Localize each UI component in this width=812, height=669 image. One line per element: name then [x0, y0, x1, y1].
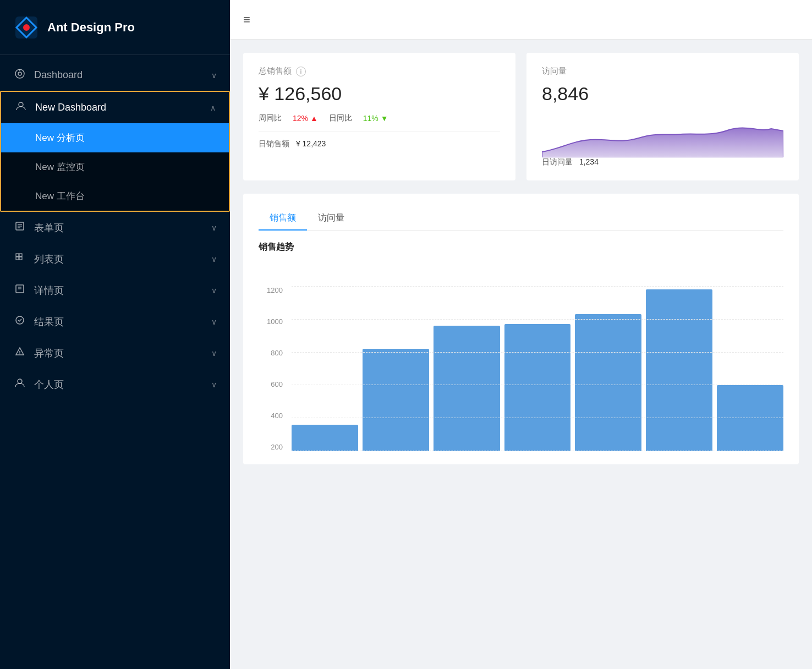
sidebar-item-result-label: 结果页: [34, 315, 211, 328]
bar-feb-fill: [363, 349, 429, 451]
visits-mini-chart: [542, 113, 783, 157]
sales-card-title: 总销售额 i: [259, 66, 500, 76]
sidebar-item-detail[interactable]: 详情页 ∨: [0, 275, 230, 306]
week-change-value: 12% ▲: [293, 114, 318, 123]
chart-tabs: 销售额 访问量: [259, 207, 783, 231]
svg-point-4: [18, 72, 21, 75]
sidebar-item-error[interactable]: 异常页 ∨: [0, 337, 230, 369]
sidebar-item-personal-label: 个人页: [34, 378, 211, 391]
visits-title-text: 访问量: [542, 66, 567, 76]
new-analysis-label: New 分析页: [35, 131, 85, 144]
daily-visits-value: 1,234: [579, 157, 599, 166]
svg-point-22: [18, 379, 22, 383]
dashboard-icon: [13, 68, 26, 82]
bars-container: [292, 286, 783, 451]
new-workspace-label: New 工作台: [35, 190, 85, 202]
bar-jan-fill: [292, 425, 358, 451]
y-label-5: 1200: [259, 286, 283, 294]
result-icon: [13, 315, 26, 328]
y-label-1: 400: [259, 412, 283, 420]
logo-text: Ant Design Pro: [47, 20, 135, 35]
svg-point-6: [19, 102, 23, 107]
svg-point-21: [19, 353, 20, 354]
sidebar-item-form[interactable]: 表单页 ∨: [0, 212, 230, 243]
chart-title: 销售趋势: [259, 242, 783, 253]
visits-footer: 日访问量 1,234: [542, 157, 783, 167]
y-label-2: 600: [259, 380, 283, 388]
nav-submenu: New 分析页 New 监控页 New 工作台: [1, 123, 229, 211]
sales-stat-card: 总销售额 i ¥ 126,560 周同比 12% ▲ 日同比 11% ▼ 日销售…: [243, 53, 515, 180]
content-area: 总销售额 i ¥ 126,560 周同比 12% ▲ 日同比 11% ▼ 日销售…: [230, 40, 812, 669]
sidebar-item-new-analysis[interactable]: New 分析页: [1, 123, 229, 152]
sidebar-item-new-dashboard-label: New Dashboard: [35, 102, 210, 113]
chart-section: 销售额 访问量 销售趋势 200 400 600 800 1000 1200: [243, 194, 799, 464]
daily-sales-label: 日销售额: [259, 139, 289, 148]
chevron-up-icon: ∧: [210, 103, 216, 112]
sidebar-item-dashboard-label: Dashboard: [34, 69, 211, 81]
y-label-0: 200: [259, 443, 283, 451]
bar-chart: 200 400 600 800 1000 1200: [259, 264, 783, 451]
y-label-4: 1000: [259, 317, 283, 326]
svg-rect-14: [19, 257, 22, 260]
chevron-down-icon-3: ∨: [211, 255, 217, 264]
svg-point-2: [23, 24, 30, 31]
sales-value: ¥ 126,560: [259, 83, 500, 105]
sidebar-item-result[interactable]: 结果页 ∨: [0, 306, 230, 337]
visits-card-title: 访问量: [542, 66, 783, 76]
bar-feb[interactable]: [363, 286, 429, 451]
sidebar-item-dashboard[interactable]: Dashboard ∨: [0, 59, 230, 91]
sidebar-item-form-label: 表单页: [34, 221, 211, 234]
bar-jun[interactable]: [646, 286, 712, 451]
day-change-value: 11% ▼: [363, 114, 388, 123]
sidebar-item-new-workspace[interactable]: New 工作台: [1, 182, 229, 211]
bar-jul[interactable]: [717, 286, 783, 451]
sales-title-text: 总销售额: [259, 66, 292, 76]
logo-area: Ant Design Pro: [0, 0, 230, 55]
sales-changes: 周同比 12% ▲ 日同比 11% ▼: [259, 113, 500, 131]
bar-jan[interactable]: [292, 286, 358, 451]
sidebar-item-list-label: 列表页: [34, 253, 211, 266]
chevron-down-icon-6: ∨: [211, 349, 217, 358]
user-icon: [14, 101, 28, 114]
sidebar-item-new-dashboard[interactable]: New Dashboard ∧: [1, 92, 229, 123]
error-icon: [13, 346, 26, 360]
sales-info-icon[interactable]: i: [296, 67, 306, 76]
sidebar-nav: Dashboard ∨ New Dashboard ∧ New 分析页 New …: [0, 55, 230, 669]
sidebar-item-list[interactable]: 列表页 ∨: [0, 243, 230, 275]
visits-value: 8,846: [542, 83, 783, 105]
bar-jun-fill: [646, 289, 712, 451]
bar-may[interactable]: [575, 286, 641, 451]
form-icon: [13, 221, 26, 234]
bar-jul-fill: [717, 385, 783, 451]
sidebar-item-detail-label: 详情页: [34, 284, 211, 297]
chevron-down-icon-5: ∨: [211, 317, 217, 326]
svg-rect-12: [16, 257, 19, 260]
list-icon: [13, 252, 26, 266]
bar-mar-fill: [434, 326, 500, 451]
sidebar-item-personal[interactable]: 个人页 ∨: [0, 369, 230, 400]
bar-may-fill: [575, 314, 641, 451]
sidebar-item-new-monitor[interactable]: New 监控页: [1, 152, 229, 182]
tab-visits[interactable]: 访问量: [307, 207, 355, 231]
week-change-label: 周同比: [259, 113, 282, 123]
bar-apr[interactable]: [504, 286, 571, 451]
tab-sales[interactable]: 销售额: [259, 207, 307, 231]
topbar: ≡: [230, 0, 812, 40]
sales-footer: 日销售额 ¥ 12,423: [259, 139, 500, 149]
chevron-down-icon-7: ∨: [211, 380, 217, 389]
new-dashboard-group: New Dashboard ∧ New 分析页 New 监控页 New 工作台: [0, 91, 230, 212]
menu-toggle-button[interactable]: ≡: [243, 13, 250, 27]
chevron-down-icon: ∨: [211, 71, 217, 80]
new-monitor-label: New 监控页: [35, 161, 85, 173]
bar-mar[interactable]: [434, 286, 500, 451]
detail-icon: [13, 283, 26, 297]
svg-rect-11: [16, 254, 19, 256]
visits-stat-card: 访问量 8,846 日访: [526, 53, 799, 180]
stat-cards: 总销售额 i ¥ 126,560 周同比 12% ▲ 日同比 11% ▼ 日销售…: [243, 53, 799, 180]
logo-icon: [13, 14, 40, 41]
svg-rect-13: [19, 254, 22, 256]
personal-icon: [13, 377, 26, 391]
main-content: ≡ 总销售额 i ¥ 126,560 周同比 12% ▲ 日同比: [230, 0, 812, 669]
y-label-3: 800: [259, 349, 283, 357]
sidebar: Ant Design Pro Dashboard ∨ New Dashboard…: [0, 0, 230, 669]
